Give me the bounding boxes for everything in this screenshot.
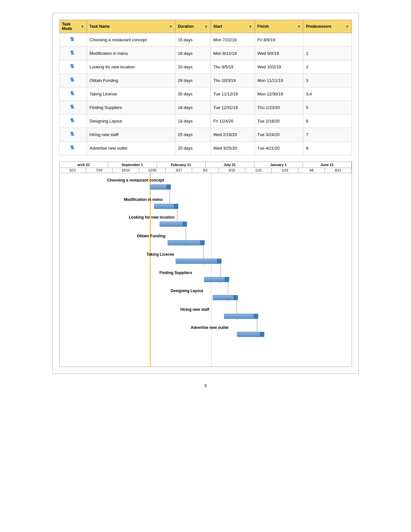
gantt-bar-8 [224,314,255,319]
gantt-sub-7: 8/18 [219,168,245,173]
header-mode: Task Mode ▼ [59,20,87,33]
gantt-label-4: Obtain Funding [137,234,166,238]
task-duration-cell: 15 days [175,33,210,47]
gantt-dot-8 [254,314,258,319]
svg-rect-13 [71,93,74,95]
task-finish-cell: Tue 3/24/20 [255,128,303,142]
gantt-subheader: 5/13 7/29 10/14 12/30 3/17 6/2 8/18 11/3… [60,168,352,173]
gantt-dot-4 [200,240,205,245]
task-predecessors-cell: 2 [303,60,352,74]
task-finish-cell: Thu 1/23/20 [255,101,303,114]
table-row: Looking for new location20 daysThu 9/5/1… [59,60,352,74]
task-name-cell: Hiring new staff [87,128,175,142]
task-start-cell: Wed 2/19/20 [210,128,255,142]
mode-sort-arrow[interactable]: ▼ [81,25,84,28]
task-predecessors-cell: 6 [303,114,352,128]
table-row: Choosing a restaurant concept15 daysMon … [59,33,352,47]
task-mode-icon [70,78,76,84]
gantt-label-9: Advertise new outlet [191,325,229,330]
task-mode-icon [70,105,76,111]
gantt-sub-3: 10/14 [113,168,139,173]
task-name-cell: Designing Layout [87,114,175,128]
svg-rect-25 [71,147,74,149]
task-mode-cell [59,101,87,114]
task-name-cell: Obtain Funding [87,74,175,87]
task-name-cell: Looking for new location [87,60,175,74]
svg-rect-7 [71,66,74,68]
task-duration-cell: 18 days [175,101,210,114]
table-row: Taking License35 daysTue 11/12/19Mon 12/… [59,87,352,101]
gantt-label-5: Taking License [147,252,174,257]
gantt-dot-6 [225,277,229,282]
table-row: Finding Suppliers18 daysTue 12/31/19Thu … [59,101,352,114]
task-name-cell: Finding Suppliers [87,101,175,114]
gantt-sub-11: 6/21 [325,168,351,173]
task-duration-cell: 18 days [175,47,210,60]
gantt-sub-4: 12/30 [139,168,166,173]
gantt-chart: arch 21 September 1 February 11 July 21 … [59,162,352,367]
task-name-cell: Taking License [87,87,175,101]
task-mode-icon [70,132,76,138]
svg-rect-1 [71,39,74,41]
task-name-cell: Advertise new outlet [87,142,175,155]
gantt-bar-7 [213,295,235,300]
task-start-cell: Wed 3/25/20 [210,142,255,155]
task-mode-icon [70,64,76,71]
gantt-header-sep: September 1 [108,162,157,168]
today-line [150,173,151,367]
task-mode-cell [59,74,87,87]
task-finish-cell: Tue 2/18/20 [255,114,303,128]
task-finish-cell: Mon 11/11/19 [255,74,303,87]
task-duration-cell: 28 days [175,74,210,87]
task-start-cell: Fri 1/24/20 [210,114,255,128]
task-finish-cell: Mon 12/30/19 [255,87,303,101]
gantt-sub-1: 5/13 [60,168,86,173]
gantt-bar-9 [237,332,261,337]
start-sort-arrow[interactable]: ▼ [249,25,252,28]
task-name-cell: Choosing a restaurant concept [87,33,175,47]
gantt-dot-7 [233,295,238,300]
svg-rect-22 [71,134,74,136]
duration-sort-arrow[interactable]: ▼ [205,25,208,28]
task-finish-cell: Wed 10/2/19 [255,60,303,74]
gantt-sub-6: 6/2 [192,168,219,173]
task-predecessors-cell: 5 [303,101,352,114]
gantt-header-feb: February 11 [157,162,206,168]
task-start-cell: Thu 10/3/19 [210,74,255,87]
task-duration-cell: 20 days [175,142,210,155]
gantt-dot-3 [182,222,187,227]
table-row: Designing Layout18 daysFri 1/24/20Tue 2/… [59,114,352,128]
svg-rect-19 [71,120,74,122]
task-mode-icon [70,118,76,125]
task-mode-icon [70,145,76,152]
gantt-header-march: arch 21 [60,162,108,168]
gantt-bar-1 [150,184,168,190]
task-duration-cell: 25 days [175,128,210,142]
gantt-bar-2 [154,204,175,209]
gantt-body: Choosing a restaurant conceptModificatio… [60,173,352,367]
task-start-cell: Tue 12/31/19 [210,101,255,114]
task-duration-cell: 20 days [175,60,210,74]
table-row: Hiring new staff25 daysWed 2/19/20Tue 3/… [59,128,352,142]
page-number: 5 [204,383,207,388]
gantt-header-june: June 11 [303,162,352,168]
gantt-label-8: Hiring new staff [181,307,210,312]
pred-sort-arrow[interactable]: ▼ [346,25,349,28]
task-duration-cell: 18 days [175,114,210,128]
task-mode-cell [59,128,87,142]
table-row: Modification in menu18 daysMon 8/12/19We… [59,47,352,60]
gantt-timeline-header: arch 21 September 1 February 11 July 21 … [60,162,352,168]
task-predecessors-cell [303,33,352,47]
finish-sort-arrow[interactable]: ▼ [297,25,300,28]
task-predecessors-cell: 3,4 [303,87,352,101]
task-mode-cell [59,60,87,74]
name-sort-arrow[interactable]: ▼ [169,25,172,28]
task-table: Task Mode ▼ Task Name ▼ Duration ▼ [59,20,352,155]
task-predecessors-cell: 1 [303,47,352,60]
header-predecessors: Predecessors ▼ [303,20,352,33]
gantt-label-1: Choosing a restaurant concept [107,178,164,182]
gantt-bar-4 [168,240,201,245]
task-start-cell: Tue 11/12/19 [210,87,255,101]
table-row: Advertise new outlet20 daysWed 3/25/20Tu… [59,142,352,155]
gantt-dot-1 [166,184,171,190]
